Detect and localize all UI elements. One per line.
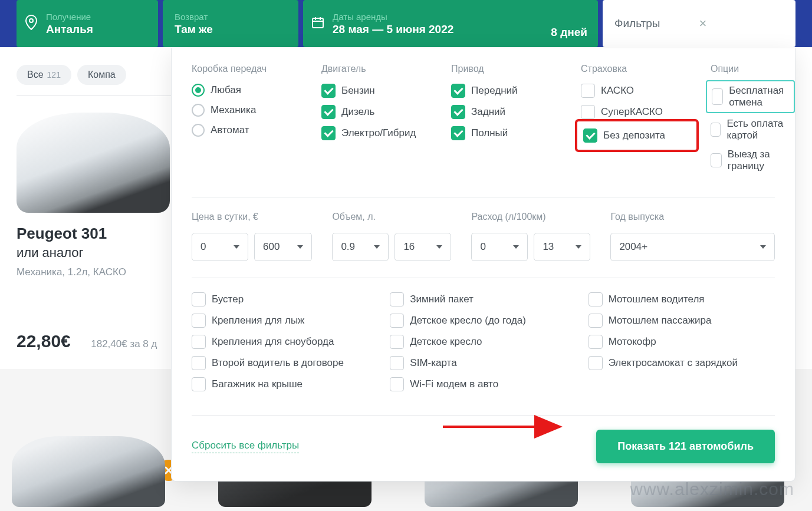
sel-year[interactable]: 2004+	[610, 233, 775, 261]
chk-rear[interactable]: Задний	[451, 105, 563, 119]
days-count: 8 дней	[551, 26, 587, 39]
col-drive: Привод Передний Задний Полный	[451, 64, 563, 179]
radio-auto[interactable]: Автомат	[192, 124, 304, 137]
chk-kasko[interactable]: КАСКО	[581, 84, 693, 98]
chk-booster[interactable]: Бустер	[192, 292, 378, 306]
car-price-period: 182,40€ за 8 д	[91, 338, 157, 350]
chk-snowboard-rack[interactable]: Крепления для сноуборда	[192, 335, 378, 349]
chk-front[interactable]: Передний	[451, 84, 563, 98]
close-icon[interactable]: ×	[699, 16, 784, 31]
filter-panel: Коробка передач Любая Механика Автомат Д…	[171, 48, 795, 482]
car-image	[17, 113, 170, 213]
chk-hybrid[interactable]: Электро/Гибрид	[321, 126, 433, 140]
chk-sim-card[interactable]: SIM-карта	[390, 356, 576, 370]
pickup-value: Анталья	[46, 23, 146, 36]
col-options: Опции Бесплатная отмена Есть оплата карт…	[711, 64, 790, 179]
car-subtitle: или аналог	[17, 245, 188, 261]
col-gearbox: Коробка передач Любая Механика Автомат	[192, 64, 304, 179]
dates-block[interactable]: Даты аренды 28 мая — 5 июня 2022 8 дней	[303, 0, 598, 47]
filters-input[interactable]: Фильтры ×	[603, 0, 795, 47]
chk-wifi-modem[interactable]: Wi-Fi модем в авто	[390, 377, 576, 391]
chk-escooter[interactable]: Электросамокат с зарядкой	[589, 356, 775, 370]
chk-free-cancel[interactable]: Бесплатная отмена	[712, 85, 789, 108]
show-results-button[interactable]: Показать 121 автомобиль	[596, 430, 775, 463]
col-insurance: Страховка КАСКО СуперКАСКО Без депозита	[581, 64, 693, 179]
car-specs: Механика, 1.2л, КАСКО	[17, 266, 188, 278]
chk-card-payment[interactable]: Есть оплата картой	[711, 118, 790, 141]
addons-grid: Бустер Крепления для лыж Крепления для с…	[192, 292, 775, 398]
highlight-free-cancel: Бесплатная отмена	[706, 80, 795, 113]
chk-child-seat[interactable]: Детское кресло	[390, 335, 576, 349]
radio-any[interactable]: Любая	[192, 84, 304, 97]
range-consumption: Расход (л/100км) 0 13	[471, 212, 590, 261]
chk-ski-rack[interactable]: Крепления для лыж	[192, 314, 378, 328]
return-block[interactable]: Возврат Там же	[163, 0, 298, 47]
sel-vol-min[interactable]: 0.9	[332, 233, 389, 261]
car-price: 22,80€	[17, 331, 71, 351]
chk-second-driver[interactable]: Второй водитель в договоре	[192, 356, 378, 370]
pickup-block[interactable]: Получение Анталья	[17, 0, 158, 47]
chk-driver-helmet[interactable]: Мотошлем водителя	[589, 292, 775, 306]
watermark: www.alexzimin.com	[630, 479, 794, 499]
filters-placeholder: Фильтры	[614, 17, 699, 30]
sel-vol-max[interactable]: 16	[395, 233, 451, 261]
range-year: Год выпуска 2004+	[610, 212, 775, 261]
return-value: Там же	[175, 23, 287, 36]
chk-petrol[interactable]: Бензин	[321, 84, 433, 98]
sel-cons-min[interactable]: 0	[471, 233, 528, 261]
radio-manual[interactable]: Механика	[192, 104, 304, 117]
search-bar: Получение Анталья Возврат Там же Даты ар…	[0, 0, 812, 47]
car-thumb[interactable]	[12, 436, 165, 507]
pickup-label: Получение	[46, 12, 146, 22]
chk-super-kasko[interactable]: СуперКАСКО	[581, 105, 693, 119]
reset-filters[interactable]: Сбросить все фильтры	[192, 440, 299, 453]
chk-full[interactable]: Полный	[451, 126, 563, 140]
dates-value: 28 мая — 5 июня 2022	[333, 23, 586, 36]
chk-baby-seat[interactable]: Детское кресло (до года)	[390, 314, 576, 328]
sel-cons-max[interactable]: 13	[534, 233, 590, 261]
range-price: Цена в сутки, € 0 600	[192, 212, 312, 261]
col-engine: Двигатель Бензин Дизель Электро/Гибрид	[321, 64, 433, 179]
chk-passenger-helmet[interactable]: Мотошлем пассажира	[589, 314, 775, 328]
chk-diesel[interactable]: Дизель	[321, 105, 433, 119]
car-title: Peugeot 301	[17, 225, 188, 243]
sel-price-min[interactable]: 0	[192, 233, 248, 261]
chk-cross-border[interactable]: Выезд за границу	[711, 149, 790, 172]
svg-rect-0	[313, 18, 323, 28]
location-icon	[25, 15, 38, 32]
chip-all[interactable]: Все121	[17, 65, 71, 85]
return-label: Возврат	[175, 12, 287, 22]
chk-roof-rack[interactable]: Багажник на крыше	[192, 377, 378, 391]
range-volume: Объем, л. 0.9 16	[332, 212, 451, 261]
calendar-icon	[311, 16, 324, 31]
chk-no-deposit[interactable]: Без депозита	[583, 128, 691, 143]
sel-price-max[interactable]: 600	[254, 233, 312, 261]
highlight-no-deposit: Без депозита	[575, 119, 699, 152]
chip-compact[interactable]: Компа	[77, 65, 126, 85]
car-card[interactable]: Peugeot 301 или аналог Механика, 1.2л, К…	[17, 113, 188, 351]
chk-moto-case[interactable]: Мотокофр	[589, 335, 775, 349]
dates-label: Даты аренды	[333, 12, 586, 22]
chk-winter-pack[interactable]: Зимний пакет	[390, 292, 576, 306]
